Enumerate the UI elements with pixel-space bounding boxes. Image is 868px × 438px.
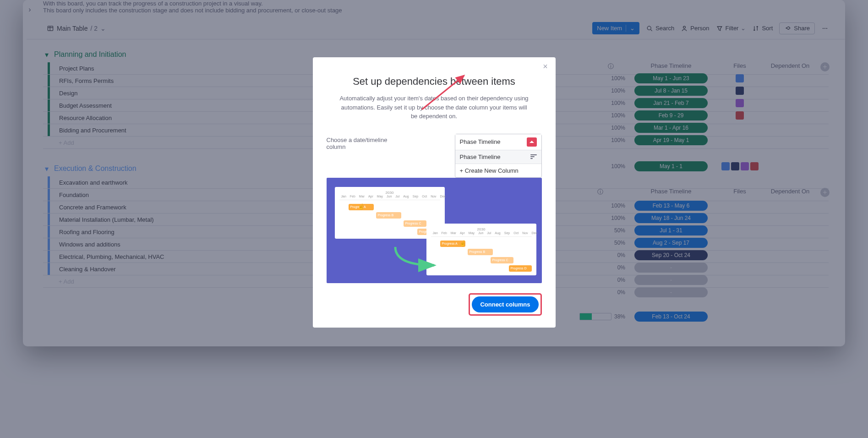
connect-button-label: Connect columns xyxy=(480,301,530,308)
dependencies-modal: × Set up dependencies between items Auto… xyxy=(313,57,556,328)
dropdown-option-label: Phase Timeline xyxy=(460,153,501,160)
hand-cursor-icon xyxy=(358,203,365,210)
illus-bar: Progress D xyxy=(509,265,532,272)
svg-line-6 xyxy=(422,76,464,110)
illus-bar: Progress B xyxy=(376,212,401,219)
illus-bar: Progress B xyxy=(468,249,493,255)
timeline-icon xyxy=(530,154,537,159)
choose-column-label: Choose a date/timeline column xyxy=(327,134,404,150)
hand-cursor-icon xyxy=(459,240,467,247)
connect-button-highlight: Connect columns xyxy=(469,293,541,316)
green-arrow-icon xyxy=(391,245,441,272)
red-annotation-arrow xyxy=(418,72,469,113)
illus-bar: Progress C xyxy=(404,220,426,227)
illus-year: 2030 xyxy=(339,191,440,195)
create-column-label: + Create New Column xyxy=(460,167,519,174)
illus-year: 2030 xyxy=(431,227,532,231)
modal-overlay: × Set up dependencies between items Auto… xyxy=(0,0,868,438)
create-new-column[interactable]: + Create New Column xyxy=(455,164,541,177)
illustration: 2030 JanFebMarAprMayJunJulAugSepOctNovDe… xyxy=(327,178,542,283)
dropdown-option[interactable]: Phase Timeline xyxy=(455,150,541,164)
close-button[interactable]: × xyxy=(540,61,551,72)
connect-columns-button[interactable]: Connect columns xyxy=(472,296,538,312)
illus-bar: Progress C xyxy=(491,257,513,263)
dropdown-caret-highlight[interactable] xyxy=(527,137,537,147)
timeline-column-dropdown[interactable]: Phase Timeline Phase Timeline + Create N… xyxy=(455,134,542,178)
illus-timeline-after: 2030 JanFebMarAprMayJunJulAugSepOctNovDe… xyxy=(426,224,536,275)
dropdown-selected: Phase Timeline xyxy=(460,138,501,145)
